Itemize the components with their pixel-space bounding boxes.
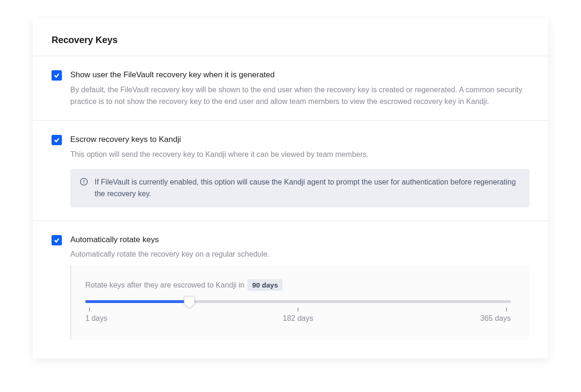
setting-description: This option will send the recovery key t… <box>70 149 529 161</box>
checkbox-show-recovery-key[interactable] <box>52 70 62 81</box>
recovery-keys-panel: Recovery Keys Show user the FileVault re… <box>33 19 548 358</box>
panel-header: Recovery Keys <box>33 19 548 56</box>
slider-min-label: 1 days <box>85 314 107 323</box>
slider-mid-label: 182 days <box>283 314 313 323</box>
slider-label-prefix: Rotate keys after they are escrowed to K… <box>85 281 245 289</box>
setting-content: Automatically rotate keys Automatically … <box>70 234 529 261</box>
setting-content: Show user the FileVault recovery key whe… <box>70 69 529 107</box>
checkmark-icon <box>53 137 60 143</box>
slider-ticks <box>85 308 511 311</box>
checkbox-escrow-recovery-keys[interactable] <box>52 135 62 145</box>
slider-value-badge: 90 days <box>247 279 283 291</box>
setting-description: Automatically rotate the recovery key on… <box>70 249 529 260</box>
checkbox-auto-rotate-keys[interactable] <box>52 235 62 245</box>
setting-escrow-recovery-keys: Escrow recovery keys to Kandji This opti… <box>33 121 548 221</box>
setting-description: By default, the FileVault recovery key w… <box>70 84 529 108</box>
slider-tick <box>89 308 90 311</box>
setting-show-recovery-key: Show user the FileVault recovery key whe… <box>33 56 548 121</box>
setting-title: Escrow recovery keys to Kandji <box>70 134 529 145</box>
info-box: If FileVault is currently enabled, this … <box>70 169 529 207</box>
slider-tick <box>298 308 298 311</box>
setting-content: Escrow recovery keys to Kandji This opti… <box>70 134 529 207</box>
slider-wrapper: Rotate keys after they are escrowed to K… <box>33 265 548 358</box>
rotate-keys-slider-section: Rotate keys after they are escrowed to K… <box>70 265 529 340</box>
slider-label-row: Rotate keys after they are escrowed to K… <box>85 279 511 291</box>
slider-container: 1 days 182 days 365 days <box>85 300 511 325</box>
slider-labels: 1 days 182 days 365 days <box>85 314 511 325</box>
setting-title: Automatically rotate keys <box>70 234 529 245</box>
svg-point-2 <box>83 183 84 184</box>
slider-tick <box>506 308 507 311</box>
slider-track[interactable] <box>85 300 511 303</box>
panel-title: Recovery Keys <box>52 35 529 45</box>
checkmark-icon <box>53 237 60 244</box>
setting-title: Show user the FileVault recovery key whe… <box>70 69 529 81</box>
slider-fill <box>85 300 189 303</box>
info-text: If FileVault is currently enabled, this … <box>95 177 520 200</box>
checkmark-icon <box>53 72 60 79</box>
info-icon <box>80 178 88 188</box>
setting-auto-rotate-keys: Automatically rotate keys Automatically … <box>33 221 548 266</box>
slider-thumb[interactable] <box>184 296 195 309</box>
slider-max-label: 365 days <box>480 314 511 323</box>
